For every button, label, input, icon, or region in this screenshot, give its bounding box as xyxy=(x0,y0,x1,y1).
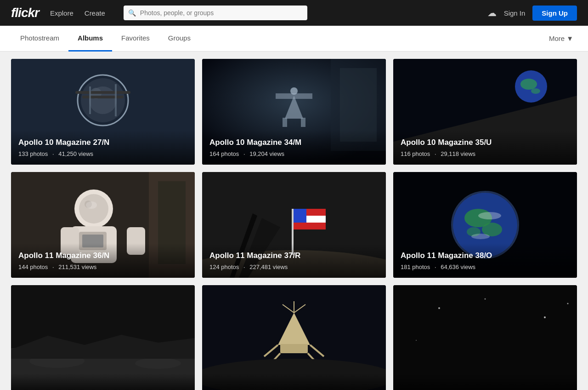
album-title-2: Apollo 10 Magazine 34/M xyxy=(209,138,379,148)
albums-container: Apollo 10 Magazine 27/N 133 photos · 41,… xyxy=(0,52,588,390)
album-overlay-4: Apollo 11 Magazine 36/N 144 photos · 211… xyxy=(11,243,195,278)
album-meta-2: 164 photos · 19,204 views xyxy=(209,150,379,157)
logo[interactable]: flickr xyxy=(11,6,39,20)
sign-up-button[interactable]: Sign Up xyxy=(532,6,577,21)
album-title-4: Apollo 11 Magazine 36/N xyxy=(18,251,187,261)
svg-point-52 xyxy=(471,234,490,239)
album-title-3: Apollo 10 Magazine 35/U xyxy=(401,138,570,148)
svg-point-76 xyxy=(544,316,546,318)
albums-grid: Apollo 10 Magazine 27/N 133 photos · 41,… xyxy=(0,52,588,390)
svg-point-25 xyxy=(79,194,108,224)
chevron-down-icon: ▼ xyxy=(566,34,573,42)
upload-icon[interactable]: ☁ xyxy=(487,7,497,18)
search-input[interactable] xyxy=(124,6,307,20)
album-meta-6: 181 photos · 64,636 views xyxy=(401,264,570,270)
search-bar: 🔍 xyxy=(124,6,307,20)
nav-create[interactable]: Create xyxy=(85,9,105,17)
svg-point-77 xyxy=(416,340,417,341)
svg-point-74 xyxy=(438,307,440,309)
svg-rect-43 xyxy=(294,209,306,223)
tab-more[interactable]: More ▼ xyxy=(545,34,577,42)
svg-point-75 xyxy=(485,298,486,300)
album-card-1[interactable]: Apollo 10 Magazine 27/N 133 photos · 41,… xyxy=(11,59,195,165)
svg-point-15 xyxy=(290,87,298,95)
svg-point-22 xyxy=(531,88,540,94)
album-overlay-3: Apollo 10 Magazine 35/U 116 photos · 29,… xyxy=(393,130,577,165)
svg-rect-6 xyxy=(82,96,124,98)
svg-rect-8 xyxy=(115,84,117,116)
svg-point-32 xyxy=(86,201,97,209)
tab-favorites[interactable]: Favorites xyxy=(112,26,159,52)
svg-rect-5 xyxy=(75,91,130,94)
svg-point-51 xyxy=(478,212,501,219)
svg-point-58 xyxy=(135,358,181,369)
tab-groups[interactable]: Groups xyxy=(159,26,200,52)
album-overlay-8 xyxy=(202,373,386,390)
nav-explore[interactable]: Explore xyxy=(50,9,74,17)
album-card-7[interactable] xyxy=(11,285,195,390)
album-meta-5: 124 photos · 227,481 views xyxy=(209,264,379,270)
search-icon: 🔍 xyxy=(128,9,136,17)
album-overlay-5: Apollo 11 Magazine 37/R 124 photos · 227… xyxy=(202,243,386,278)
header-right: ☁ Sign In Sign Up xyxy=(487,6,577,21)
svg-point-78 xyxy=(567,303,569,304)
svg-rect-42 xyxy=(294,223,326,229)
album-card-8[interactable] xyxy=(202,285,386,390)
album-overlay-2: Apollo 10 Magazine 34/M 164 photos · 19,… xyxy=(202,130,386,165)
tab-albums[interactable]: Albums xyxy=(68,26,112,52)
album-overlay-1: Apollo 10 Magazine 27/N 133 photos · 41,… xyxy=(11,130,195,165)
album-meta-3: 116 photos · 29,118 views xyxy=(401,150,570,157)
svg-rect-12 xyxy=(283,118,287,127)
svg-rect-62 xyxy=(280,344,308,353)
tabs-nav: Photostream Albums Favorites Groups More… xyxy=(0,26,588,52)
svg-rect-13 xyxy=(301,118,305,127)
svg-rect-7 xyxy=(89,86,91,114)
album-title-5: Apollo 11 Magazine 37/R xyxy=(209,251,379,261)
album-meta-1: 133 photos · 41,250 views xyxy=(18,150,187,157)
sign-in-link[interactable]: Sign In xyxy=(504,9,526,17)
svg-point-21 xyxy=(520,79,537,90)
album-card-9[interactable] xyxy=(393,285,577,390)
album-card-5[interactable]: Apollo 11 Magazine 37/R 124 photos · 227… xyxy=(202,172,386,278)
album-overlay-9 xyxy=(393,373,577,390)
album-card-2[interactable]: Apollo 10 Magazine 34/M 164 photos · 19,… xyxy=(202,59,386,165)
album-card-6[interactable]: Apollo 11 Magazine 38/O 181 photos · 64,… xyxy=(393,172,577,278)
album-title-6: Apollo 11 Magazine 38/O xyxy=(401,251,570,261)
header: flickr Explore Create 🔍 ☁ Sign In Sign U… xyxy=(0,0,588,26)
tab-photostream[interactable]: Photostream xyxy=(11,26,68,52)
album-overlay-6: Apollo 11 Magazine 38/O 181 photos · 64,… xyxy=(393,243,577,278)
tab-more-label: More xyxy=(549,34,565,42)
album-meta-4: 144 photos · 211,531 views xyxy=(18,264,187,270)
album-card-4[interactable]: Apollo 11 Magazine 36/N 144 photos · 211… xyxy=(11,172,195,278)
album-title-1: Apollo 10 Magazine 27/N xyxy=(18,138,187,148)
album-card-3[interactable]: Apollo 10 Magazine 35/U 116 photos · 29,… xyxy=(393,59,577,165)
album-overlay-7 xyxy=(11,373,195,390)
